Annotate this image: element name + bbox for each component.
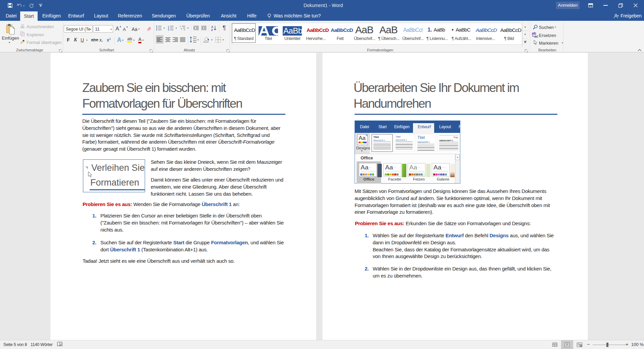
svg-text:Z: Z xyxy=(211,28,213,31)
svg-text:A: A xyxy=(117,37,121,43)
svg-text:3: 3 xyxy=(168,29,169,31)
svg-text:i: i xyxy=(182,29,182,31)
